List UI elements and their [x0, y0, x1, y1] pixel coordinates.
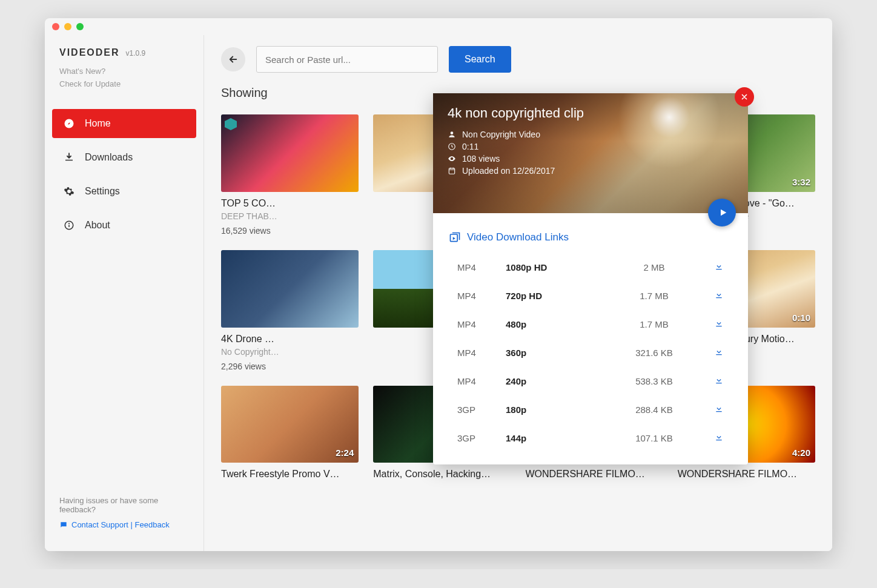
download-button[interactable] — [687, 290, 724, 302]
download-icon — [63, 151, 75, 164]
video-thumbnail: 2:24 — [221, 386, 359, 463]
contact-support-link[interactable]: Contact Support | Feedback — [59, 520, 189, 529]
dl-format: MP4 — [457, 262, 506, 273]
dl-quality: 144p — [506, 433, 621, 443]
content: VIDEODER v1.0.9 What's New? Check for Up… — [45, 35, 832, 551]
download-icon — [714, 347, 724, 357]
download-rows: MP41080p HD2 MBMP4720p HD1.7 MBMP4480p1.… — [445, 253, 736, 452]
dl-quality: 360p — [506, 348, 621, 358]
section-title: Video Download Links — [445, 231, 736, 243]
download-button[interactable] — [687, 262, 724, 273]
source-badge-icon — [225, 118, 237, 130]
video-channel: No Copyright… — [221, 347, 359, 357]
sublinks: What's New? Check for Update — [45, 63, 204, 109]
video-thumbnail — [221, 114, 359, 192]
calendar-icon — [448, 167, 456, 175]
download-row: MP4360p321.6 KB — [445, 339, 736, 367]
meta-views: 108 views — [448, 154, 733, 164]
window-close-dot[interactable] — [52, 23, 59, 30]
duration-badge: 0:10 — [792, 312, 810, 323]
duration-badge: 3:32 — [792, 177, 810, 187]
download-icon — [714, 290, 724, 300]
whats-new-link[interactable]: What's New? — [59, 65, 189, 78]
dl-quality: 180p — [506, 405, 621, 415]
dl-size: 288.4 KB — [621, 405, 687, 415]
window-minimize-dot[interactable] — [64, 23, 71, 30]
dl-format: MP4 — [457, 348, 506, 358]
svg-point-4 — [451, 131, 454, 134]
download-row: MP4240p538.3 KB — [445, 367, 736, 395]
sidebar-item-home[interactable]: Home — [52, 109, 196, 138]
video-views: 16,529 views — [221, 226, 359, 236]
check-update-link[interactable]: Check for Update — [59, 78, 189, 91]
download-row: MP4480p1.7 MB — [445, 310, 736, 339]
arrow-left-icon — [228, 54, 239, 65]
chat-icon — [59, 521, 68, 529]
sidebar-item-label: Home — [85, 118, 111, 129]
dl-size: 2 MB — [621, 262, 687, 273]
sidebar-item-about[interactable]: About — [52, 211, 196, 240]
close-button[interactable] — [735, 87, 754, 107]
back-button[interactable] — [221, 47, 245, 71]
play-button[interactable] — [708, 199, 736, 226]
video-title: 4K Drone … — [221, 334, 359, 345]
download-row: 3GP144p107.1 KB — [445, 424, 736, 452]
footer-issues-text: Having issues or have some feedback? — [59, 496, 189, 514]
search-input[interactable] — [256, 46, 438, 73]
window-zoom-dot[interactable] — [76, 23, 84, 30]
svg-point-3 — [69, 223, 70, 223]
video-card[interactable]: 2:24Twerk Freestyle Promo V… — [221, 386, 359, 480]
close-icon — [740, 93, 749, 101]
dl-size: 1.7 MB — [621, 291, 687, 301]
section-title-text: Video Download Links — [467, 231, 569, 243]
search-button[interactable]: Search — [449, 46, 511, 73]
dl-format: 3GP — [457, 405, 506, 415]
sidebar-item-settings[interactable]: Settings — [52, 177, 196, 206]
download-button[interactable] — [687, 432, 724, 444]
download-button[interactable] — [687, 404, 724, 415]
modal-body: Video Download Links MP41080p HD2 MBMP47… — [433, 213, 748, 464]
svg-rect-6 — [449, 168, 454, 174]
video-channel: DEEP THAB… — [221, 211, 359, 221]
dl-format: MP4 — [457, 319, 506, 329]
gear-icon — [63, 185, 75, 197]
meta-channel: Non Copyright Video — [448, 130, 733, 139]
sidebar-item-downloads[interactable]: Downloads — [52, 143, 196, 172]
video-title: Matrix, Console, Hacking… — [373, 469, 511, 480]
download-icon — [714, 432, 724, 442]
brand-version: v1.0.9 — [126, 49, 146, 58]
compass-icon — [63, 117, 75, 130]
video-card[interactable]: TOP 5 CO…DEEP THAB…16,529 views — [221, 114, 359, 236]
clock-icon — [448, 142, 456, 151]
dl-format: 3GP — [457, 433, 506, 443]
main: Search Showing TOP 5 CO…DEEP THAB…16,529… — [204, 35, 832, 551]
download-modal: 4k non copyrighted clip Non Copyright Vi… — [433, 93, 748, 464]
sidebar-footer: Having issues or have some feedback? Con… — [45, 496, 204, 539]
download-icon — [714, 262, 724, 271]
video-library-icon — [449, 231, 461, 243]
meta-uploaded: Uploaded on 12/26/2017 — [448, 166, 733, 176]
person-icon — [448, 130, 456, 139]
meta-duration: 0:11 — [448, 142, 733, 151]
video-title: TOP 5 CO… — [221, 198, 359, 209]
download-button[interactable] — [687, 319, 724, 330]
download-button[interactable] — [687, 347, 724, 358]
topbar: Search — [204, 35, 832, 84]
download-button[interactable] — [687, 375, 724, 387]
download-row: 3GP180p288.4 KB — [445, 395, 736, 424]
video-card[interactable]: 4K Drone …No Copyright…2,296 views — [221, 250, 359, 371]
brand: VIDEODER v1.0.9 — [45, 47, 204, 63]
modal-title: 4k non copyrighted clip — [448, 105, 733, 121]
app-window: VIDEODER v1.0.9 What's New? Check for Up… — [45, 18, 832, 551]
dl-format: MP4 — [457, 376, 506, 386]
dl-size: 107.1 KB — [621, 433, 687, 443]
download-row: MP4720p HD1.7 MB — [445, 282, 736, 310]
brand-name: VIDEODER — [59, 47, 120, 58]
video-title: WONDERSHARE FILMO… — [526, 469, 663, 480]
download-icon — [714, 319, 724, 328]
dl-quality: 720p HD — [506, 291, 621, 301]
dl-size: 538.3 KB — [621, 376, 687, 386]
video-title: Twerk Freestyle Promo V… — [221, 469, 359, 480]
download-row: MP41080p HD2 MB — [445, 253, 736, 282]
dl-quality: 480p — [506, 319, 621, 329]
